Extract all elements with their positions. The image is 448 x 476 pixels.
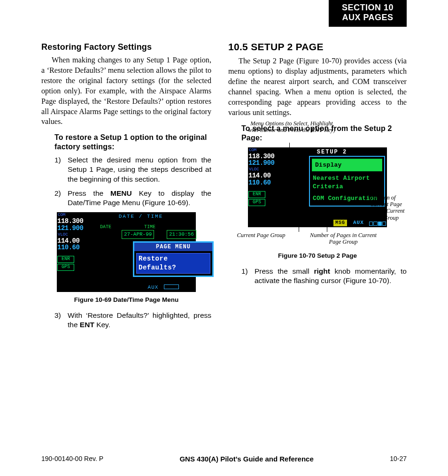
aux-label: AUX — [353, 219, 364, 226]
figure-10-69-device: COM 118.300 121.900 VLOC 114.00 110.60 E… — [57, 212, 196, 292]
section-tab-line1: SECTION 10 — [342, 3, 394, 13]
list-item-display: Display — [312, 159, 382, 172]
page-dot — [382, 222, 386, 226]
key-label: MENU — [110, 189, 132, 197]
restore-defaults-option: Restore Defaults? — [136, 253, 210, 274]
aux-label: AUX — [148, 284, 159, 290]
list-item-nearest: Nearest Airport Criteria — [310, 172, 384, 192]
figure-10-69-caption: Figure 10-69 Date/Time Page Menu — [41, 296, 211, 304]
callout-current-group: Current Page Group — [228, 232, 294, 238]
step-number: 1) — [241, 267, 255, 285]
page-menu-bar: PAGE MENU — [134, 243, 212, 251]
footer-page-number: 10-27 — [390, 455, 407, 463]
aux-page-indicator — [164, 284, 179, 289]
footer-title: GNS 430(A) Pilot’s Guide and Reference — [179, 455, 313, 463]
instr-head-restore: To restore a Setup 1 option to the origi… — [54, 133, 211, 152]
step-text: Press the small right knob momentarily, … — [255, 267, 407, 285]
step-text: With ‘Restore Defaults?’ highlighted, pr… — [68, 311, 211, 330]
enr-tag: ENR — [248, 191, 265, 198]
page-title-setup2: SETUP 2 — [277, 147, 387, 156]
step-text: Select the desired menu option from the … — [68, 155, 211, 184]
device-main-pane: DATE / TIME DATE TIME 27-APR-99 21:30:56… — [86, 212, 196, 292]
page-menu-popup: PAGE MENU Restore Defaults? — [133, 241, 214, 277]
vloc-standby: 110.60 — [248, 179, 277, 186]
callout-num-pages: Number of Pages in Current Page Group — [308, 232, 378, 246]
key-label: ENT — [311, 127, 323, 133]
step-2: 2) Press the MENU Key to display the Dat… — [54, 189, 211, 207]
device-left-pane: COM 118.300 121.900 VLOC 114.00 110.60 E… — [57, 212, 86, 292]
section-tab: SECTION 10 AUX PAGES — [329, 0, 407, 27]
callout-menu-options: Menu Options (to Select, Highlight with … — [247, 120, 336, 134]
time-value: 21:30:56 — [167, 230, 196, 239]
steps-restore-cont: 3) With ‘Restore Defaults?’ highlighted,… — [54, 311, 211, 330]
page-dot — [369, 222, 373, 226]
page-footer: 190-00140-00 Rev. P GNS 430(A) Pilot’s G… — [41, 455, 407, 463]
com-active: 118.300 — [248, 153, 277, 160]
msg-annunciator: MSG — [333, 220, 347, 226]
com-label: COM — [248, 147, 277, 153]
page-dot — [373, 222, 377, 226]
footer-doc-rev: 190-00140-00 Rev. P — [41, 455, 103, 463]
step-1: 1) Select the desired menu option from t… — [54, 155, 211, 184]
subhead-restoring: Restoring Factory Settings — [41, 41, 211, 53]
callout-line — [327, 223, 327, 232]
steps-setup2: 1) Press the small right knob momentaril… — [241, 267, 407, 285]
step-text-frag: Press the small — [255, 267, 314, 275]
vloc-standby: 110.60 — [57, 244, 86, 251]
section-tab-line2: AUX PAGES — [342, 13, 394, 23]
step-text: Press the MENU Key to display the Date/T… — [68, 189, 211, 207]
device-left-pane: COM 118.300 121.900 VLOC 114.00 110.60 E… — [248, 147, 278, 227]
com-active: 118.300 — [57, 218, 86, 225]
aux-page-indicator — [369, 222, 386, 226]
figure-10-70-wrapper: Menu Options (to Select, Highlight with … — [228, 147, 407, 248]
enr-tag: ENR — [57, 256, 74, 263]
page-dot-current — [378, 222, 382, 226]
right-column: 10.5 SETUP 2 PAGE The Setup 2 Page (Figu… — [228, 38, 407, 335]
callout-frag: Key) — [323, 127, 335, 133]
step-text-frag: Press the — [68, 189, 110, 197]
step-number: 1) — [54, 155, 68, 184]
step-number: 3) — [54, 311, 68, 330]
step-number: 2) — [54, 189, 68, 207]
aux-indicator: AUX — [148, 284, 179, 291]
gps-tag: GPS — [57, 264, 74, 271]
callout-position: Position of Current Page within Current … — [370, 194, 412, 222]
callout-line — [322, 213, 377, 214]
page-title-datetime: DATE / TIME — [86, 212, 196, 220]
date-time-labels: DATE TIME — [86, 220, 196, 230]
steps-restore: 1) Select the desired menu option from t… — [54, 155, 211, 207]
gps-tag: GPS — [248, 199, 265, 206]
head-setup2: 10.5 SETUP 2 PAGE — [228, 40, 407, 54]
date-label: DATE — [100, 224, 111, 230]
figure-10-70-device: COM 118.300 121.900 VLOC 114.00 110.60 E… — [248, 147, 387, 227]
para-restoring: When making changes to any Setup 1 Page … — [41, 55, 211, 127]
com-standby: 121.900 — [248, 160, 277, 167]
time-label: TIME — [144, 224, 155, 230]
key-label: ENT — [80, 321, 94, 329]
step-1: 1) Press the small right knob momentaril… — [241, 267, 407, 285]
vloc-label: VLOC — [57, 232, 86, 238]
para-setup2: The Setup 2 Page (Figure 10-70) provides… — [228, 56, 407, 118]
callout-line — [369, 203, 377, 203]
key-label: right — [314, 267, 330, 275]
com-standby: 121.900 — [57, 225, 86, 232]
date-value: 27-APR-99 — [122, 230, 154, 239]
content-columns: Restoring Factory Settings When making c… — [41, 38, 407, 335]
vloc-active: 114.00 — [57, 238, 86, 245]
callout-line — [299, 223, 299, 232]
figure-10-70-caption: Figure 10-70 Setup 2 Page — [228, 252, 407, 260]
step-text-frag: Key. — [94, 321, 110, 329]
step-3: 3) With ‘Restore Defaults?’ highlighted,… — [54, 311, 211, 330]
vloc-active: 114.00 — [248, 172, 277, 179]
left-column: Restoring Factory Settings When making c… — [41, 38, 211, 335]
